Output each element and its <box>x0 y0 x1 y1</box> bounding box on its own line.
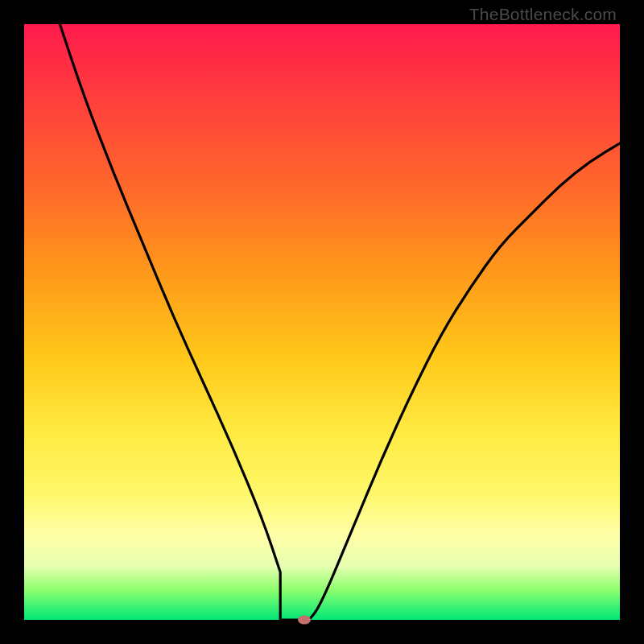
plot-area <box>24 24 620 620</box>
bottleneck-curve <box>24 24 620 620</box>
watermark-text: TheBottleneck.com <box>469 5 617 24</box>
minimum-marker <box>298 616 311 625</box>
chart-frame: TheBottleneck.com <box>0 0 644 644</box>
